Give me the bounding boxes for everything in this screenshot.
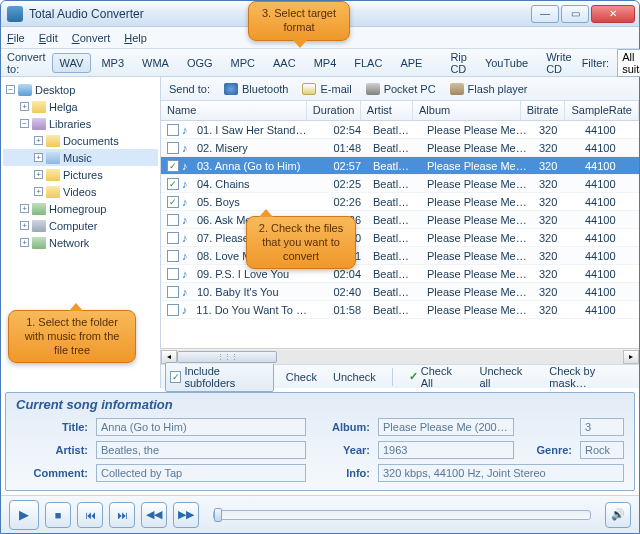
tree-item-helga[interactable]: +Helga bbox=[3, 98, 158, 115]
album-value[interactable]: Please Please Me (2009 Stereo bbox=[378, 418, 514, 436]
tree-item-pictures[interactable]: +Pictures bbox=[3, 166, 158, 183]
file-row[interactable]: ♪01. I Saw Her Stand…02:54Beatles…Please… bbox=[161, 121, 639, 139]
check-all-button[interactable]: ✓Check All bbox=[405, 363, 468, 391]
tree-item-desktop[interactable]: −Desktop bbox=[3, 81, 158, 98]
row-checkbox[interactable]: ✓ bbox=[167, 160, 179, 172]
file-row[interactable]: ♪02. Misery01:48Beatles…Please Please Me… bbox=[161, 139, 639, 157]
tree-expand-icon[interactable]: + bbox=[20, 238, 29, 247]
row-checkbox[interactable] bbox=[167, 214, 179, 226]
scroll-track[interactable]: ⋮⋮⋮ bbox=[177, 350, 623, 364]
row-checkbox[interactable]: ✓ bbox=[167, 196, 179, 208]
send-flash[interactable]: Flash player bbox=[450, 83, 528, 95]
format-ape-button[interactable]: APE bbox=[392, 53, 430, 73]
tree-item-libraries[interactable]: −Libraries bbox=[3, 115, 158, 132]
seek-slider[interactable] bbox=[213, 510, 591, 520]
maximize-button[interactable]: ▭ bbox=[561, 5, 589, 23]
tree-expand-icon[interactable]: + bbox=[34, 153, 43, 162]
col-duration[interactable]: Duration bbox=[307, 101, 361, 120]
format-aac-button[interactable]: AAC bbox=[265, 53, 304, 73]
genre-value[interactable]: Rock bbox=[580, 441, 624, 459]
row-checkbox[interactable] bbox=[167, 250, 179, 262]
tree-expand-icon[interactable]: − bbox=[20, 119, 29, 128]
list-header[interactable]: Name Duration Artist Album Bitrate Sampl… bbox=[161, 101, 639, 121]
minimize-button[interactable]: — bbox=[531, 5, 559, 23]
file-list[interactable]: Name Duration Artist Album Bitrate Sampl… bbox=[161, 101, 639, 348]
format-mp4-button[interactable]: MP4 bbox=[306, 53, 345, 73]
format-mpc-button[interactable]: MPC bbox=[223, 53, 263, 73]
tree-expand-icon[interactable]: + bbox=[34, 170, 43, 179]
col-samplerate[interactable]: SampleRate bbox=[565, 101, 639, 120]
rewind-button[interactable]: ◀◀ bbox=[141, 502, 167, 528]
youtube-button[interactable]: YouTube bbox=[477, 53, 536, 73]
tree-expand-icon[interactable]: + bbox=[34, 136, 43, 145]
format-mp3-button[interactable]: MP3 bbox=[93, 53, 132, 73]
filter-dropdown[interactable]: All suitab bbox=[617, 49, 640, 77]
tree-expand-icon[interactable]: − bbox=[6, 85, 15, 94]
col-bitrate[interactable]: Bitrate bbox=[521, 101, 566, 120]
menu-edit[interactable]: Edit bbox=[39, 32, 58, 44]
title-value[interactable]: Anna (Go to Him) bbox=[96, 418, 306, 436]
row-checkbox[interactable] bbox=[167, 142, 179, 154]
artist-value[interactable]: Beatles, the bbox=[96, 441, 306, 459]
track-value[interactable]: 3 bbox=[580, 418, 624, 436]
file-row[interactable]: ✓♪04. Chains02:25Beatles…Please Please M… bbox=[161, 175, 639, 193]
row-checkbox[interactable] bbox=[167, 124, 179, 136]
check-button[interactable]: Check bbox=[282, 369, 321, 385]
format-wav-button[interactable]: WAV bbox=[52, 53, 92, 73]
send-pocketpc[interactable]: Pocket PC bbox=[366, 83, 436, 95]
row-checkbox[interactable] bbox=[167, 286, 179, 298]
row-checkbox[interactable] bbox=[167, 304, 179, 316]
tree-expand-icon[interactable]: + bbox=[20, 102, 29, 111]
row-checkbox[interactable] bbox=[167, 268, 179, 280]
tree-expand-icon[interactable]: + bbox=[34, 187, 43, 196]
send-bluetooth[interactable]: Bluetooth bbox=[224, 83, 288, 95]
tree-item-computer[interactable]: +Computer bbox=[3, 217, 158, 234]
tree-item-music[interactable]: +Music bbox=[3, 149, 158, 166]
file-row[interactable]: ✓♪03. Anna (Go to Him)02:57Beatles…Pleas… bbox=[161, 157, 639, 175]
col-artist[interactable]: Artist bbox=[361, 101, 413, 120]
comment-value[interactable]: Collected by Tap bbox=[96, 464, 306, 482]
format-wma-button[interactable]: WMA bbox=[134, 53, 177, 73]
tree-item-homegroup[interactable]: +Homegroup bbox=[3, 200, 158, 217]
play-button[interactable]: ▶ bbox=[9, 500, 39, 530]
format-ogg-button[interactable]: OGG bbox=[179, 53, 221, 73]
tree-item-network[interactable]: +Network bbox=[3, 234, 158, 251]
file-row[interactable]: ♪07. Please Pl02:00Beatles…Please Please… bbox=[161, 229, 639, 247]
include-subfolders-toggle[interactable]: ✓Include subfolders bbox=[165, 362, 274, 392]
seek-knob[interactable] bbox=[214, 508, 222, 522]
menu-help[interactable]: Help bbox=[124, 32, 147, 44]
row-checkbox[interactable]: ✓ bbox=[167, 178, 179, 190]
col-name[interactable]: Name bbox=[161, 101, 307, 120]
file-row[interactable]: ♪09. P.S. I Love You02:04Beatles…Please … bbox=[161, 265, 639, 283]
tree-expand-icon[interactable]: + bbox=[20, 221, 29, 230]
year-value[interactable]: 1963 bbox=[378, 441, 514, 459]
menu-convert[interactable]: Convert bbox=[72, 32, 111, 44]
menu-file[interactable]: File bbox=[7, 32, 25, 44]
tree-expand-icon[interactable]: + bbox=[20, 204, 29, 213]
horizontal-scrollbar[interactable]: ◂ ⋮⋮⋮ ▸ bbox=[161, 348, 639, 364]
uncheck-all-button[interactable]: Uncheck all bbox=[476, 363, 538, 391]
file-row[interactable]: ♪11. Do You Want To …01:58Beatles…Please… bbox=[161, 301, 639, 319]
file-row[interactable]: ✓♪05. Boys02:26Beatles…Please Please Me … bbox=[161, 193, 639, 211]
volume-button[interactable]: 🔊 bbox=[605, 502, 631, 528]
stop-button[interactable]: ■ bbox=[45, 502, 71, 528]
uncheck-button[interactable]: Uncheck bbox=[329, 369, 380, 385]
row-checkbox[interactable] bbox=[167, 232, 179, 244]
file-row[interactable]: ♪06. Ask Me02:26Beatles…Please Please Me… bbox=[161, 211, 639, 229]
file-row[interactable]: ♪10. Baby It's You02:40Beatles…Please Pl… bbox=[161, 283, 639, 301]
prev-button[interactable]: ⏮ bbox=[77, 502, 103, 528]
format-flac-button[interactable]: FLAC bbox=[346, 53, 390, 73]
close-button[interactable]: ✕ bbox=[591, 5, 635, 23]
file-row[interactable]: ♪08. Love Me02:21Beatles…Please Please M… bbox=[161, 247, 639, 265]
send-email[interactable]: E-mail bbox=[302, 83, 351, 95]
scroll-thumb[interactable]: ⋮⋮⋮ bbox=[177, 351, 277, 363]
next-button[interactable]: ⏭ bbox=[109, 502, 135, 528]
write-cd-button[interactable]: Write CD bbox=[538, 47, 579, 79]
tree-item-documents[interactable]: +Documents bbox=[3, 132, 158, 149]
rip-cd-button[interactable]: Rip CD bbox=[442, 47, 475, 79]
check-by-mask-button[interactable]: Check by mask… bbox=[545, 363, 635, 391]
forward-button[interactable]: ▶▶ bbox=[173, 502, 199, 528]
tree-item-videos[interactable]: +Videos bbox=[3, 183, 158, 200]
col-album[interactable]: Album bbox=[413, 101, 521, 120]
scroll-right-button[interactable]: ▸ bbox=[623, 350, 639, 364]
